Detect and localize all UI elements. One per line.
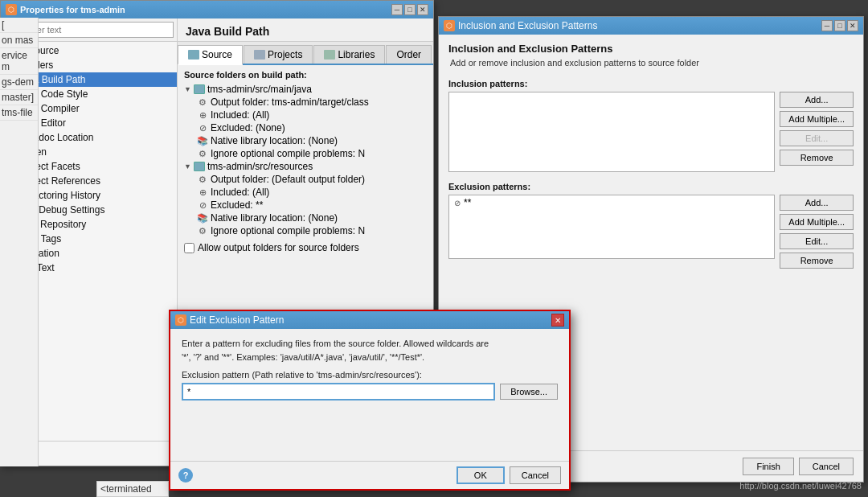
lp-tmsfile: tms-file <box>0 105 38 121</box>
inclusion-buttons: Add... Add Multiple... Edit... Remove <box>780 92 854 172</box>
src-excluded-2: ⊘ Excluded: ** <box>184 199 427 212</box>
edit-dialog-desc: Enter a pattern for excluding files from… <box>182 337 558 364</box>
exclusion-list-wrap: ⊘ ** <box>448 195 775 269</box>
libraries-tab-icon <box>324 50 335 60</box>
output-label-2: Output folder: (Default output folder) <box>211 174 365 185</box>
ok-btn[interactable]: OK <box>457 466 505 484</box>
native-icon-2: 📚 <box>197 212 208 224</box>
exclusion-remove-btn[interactable]: Remove <box>780 253 854 269</box>
exclusion-section: Exclusion patterns: ⊘ ** Add... Add Mult… <box>448 182 854 269</box>
main-java-expand-icon: ▼ <box>184 85 191 93</box>
tab-bar: Source Projects Libraries Order <box>178 42 433 65</box>
finish-btn[interactable]: Finish <box>743 458 793 475</box>
excluded-label-2: Excluded: ** <box>211 199 263 211</box>
exclusion-item-double-star[interactable]: ⊘ ** <box>449 195 774 210</box>
inc-exc-close[interactable]: ✕ <box>847 20 858 31</box>
resources-folder-icon <box>194 162 205 171</box>
minimize-btn[interactable]: ─ <box>391 4 403 15</box>
exclusion-list[interactable]: ⊘ ** <box>448 195 775 259</box>
native-label-1: Native library location: (None) <box>211 135 338 146</box>
inclusion-edit-btn[interactable]: Edit... <box>780 130 854 146</box>
allow-output-checkbox[interactable] <box>184 243 194 253</box>
inclusion-add-multiple-btn[interactable]: Add Multiple... <box>780 111 854 127</box>
edit-input-row: Browse... <box>182 383 558 400</box>
tab-libraries[interactable]: Libraries <box>313 45 385 64</box>
maximize-btn[interactable]: □ <box>404 4 416 15</box>
native-icon-1: 📚 <box>197 135 208 146</box>
exclusion-add-btn[interactable]: Add... <box>780 195 854 211</box>
src-included-2: ⊕ Included: (All) <box>184 186 427 199</box>
window-controls: ─ □ ✕ <box>391 4 428 15</box>
included-label-1: Included: (All) <box>211 109 269 121</box>
source-folders-label: Source folders on build path: <box>184 70 427 80</box>
output-icon-2: ⚙ <box>197 174 208 185</box>
ignore-label-1: Ignore optional compile problems: N <box>211 148 365 159</box>
edit-dialog-title: Edit Exclusion Pattern <box>190 314 284 326</box>
src-tree-main-java[interactable]: ▼ tms-admin/src/main/java <box>184 83 427 96</box>
edit-dialog-footer: ? OK Cancel <box>170 461 569 489</box>
inclusion-label: Inclusion patterns: <box>448 79 854 88</box>
inclusion-section: Inclusion patterns: Add... Add Multiple.… <box>448 79 854 172</box>
excl-item-icon: ⊘ <box>454 199 461 207</box>
edit-dialog-label: Exclusion pattern (Path relative to 'tms… <box>182 370 558 380</box>
src-ignore-1: ⚙ Ignore optional compile problems: N <box>184 147 427 160</box>
inc-exc-title-left: ⬡ Inclusion and Exclusion Patterns <box>444 20 597 31</box>
main-java-label: tms-admin/src/main/java <box>207 84 312 95</box>
edit-help-icon[interactable]: ? <box>178 468 193 483</box>
included-label-2: Included: (All) <box>211 187 269 198</box>
exclusion-add-multiple-btn[interactable]: Add Multiple... <box>780 214 854 230</box>
exclusion-label: Exclusion patterns: <box>448 182 854 191</box>
inclusion-list-wrap <box>448 92 775 172</box>
tab-order[interactable]: Order <box>386 45 432 64</box>
resources-expand-icon: ▼ <box>184 162 191 170</box>
close-btn[interactable]: ✕ <box>417 4 428 15</box>
resources-label: tms-admin/src/resources <box>207 161 313 172</box>
titlebar-left: ⬡ Properties for tms-admin <box>6 4 125 15</box>
output-icon-1: ⚙ <box>197 97 208 108</box>
tab-source-label: Source <box>202 49 232 60</box>
inclusion-list[interactable] <box>448 92 775 172</box>
output-label-1: Output folder: tms-admin/target/class <box>211 97 369 108</box>
src-tree-resources[interactable]: ▼ tms-admin/src/resources <box>184 160 427 173</box>
inc-exc-header-title: Inclusion and Exclusion Patterns <box>448 43 854 55</box>
inclusion-remove-btn[interactable]: Remove <box>780 150 854 166</box>
ignore-label-2: Ignore optional compile problems: N <box>211 225 365 236</box>
src-included-1: ⊕ Included: (All) <box>184 109 427 121</box>
ignore-icon-1: ⚙ <box>197 148 208 159</box>
excluded-label-1: Excluded: (None) <box>211 122 285 133</box>
inc-exc-maximize[interactable]: □ <box>834 20 845 31</box>
src-excluded-1: ⊘ Excluded: (None) <box>184 121 427 134</box>
eclipse-icon: ⬡ <box>6 4 17 15</box>
inc-exc-header-desc: Add or remove inclusion and exclusion pa… <box>448 58 854 68</box>
edit-cancel-btn[interactable]: Cancel <box>510 466 561 484</box>
inc-exc-cancel-btn[interactable]: Cancel <box>799 458 854 475</box>
tab-source[interactable]: Source <box>178 45 243 65</box>
watermark: http://blog.csdn.net/luwei42768 <box>739 481 862 491</box>
edit-dialog-close[interactable]: ✕ <box>551 314 564 327</box>
exclusion-pattern-input[interactable] <box>182 383 495 400</box>
edit-dialog-body: Enter a pattern for excluding files from… <box>170 329 569 409</box>
src-ignore-2: ⚙ Ignore optional compile problems: N <box>184 224 427 237</box>
inc-exc-title: Inclusion and Exclusion Patterns <box>458 20 597 31</box>
lp-service: ervice m <box>0 48 38 75</box>
edit-dialog-icon: ⬡ <box>175 314 186 326</box>
excluded-icon-2: ⊘ <box>197 199 208 211</box>
exclusion-with-btns: ⊘ ** Add... Add Multiple... Edit... Remo… <box>448 195 854 269</box>
lp-demo: gs-dem <box>0 75 38 90</box>
inc-exc-minimize[interactable]: ─ <box>821 20 833 31</box>
inc-exc-controls: ─ □ ✕ <box>821 20 858 31</box>
src-native-2: 📚 Native library location: (None) <box>184 212 427 224</box>
src-native-1: 📚 Native library location: (None) <box>184 134 427 147</box>
allow-output-label: Allow output folders for source folders <box>198 242 359 253</box>
tab-libraries-label: Libraries <box>338 49 375 60</box>
exclusion-edit-btn[interactable]: Edit... <box>780 233 854 249</box>
inc-exc-icon: ⬡ <box>444 20 455 31</box>
inclusion-add-btn[interactable]: Add... <box>780 92 854 108</box>
browse-btn[interactable]: Browse... <box>500 384 558 400</box>
lp-onmas: on mas <box>0 33 38 48</box>
included-icon-1: ⊕ <box>197 109 208 121</box>
tab-projects[interactable]: Projects <box>244 45 313 64</box>
ignore-icon-2: ⚙ <box>197 225 208 236</box>
properties-titlebar: ⬡ Properties for tms-admin ─ □ ✕ <box>1 1 433 18</box>
excl-item-label: ** <box>464 197 471 208</box>
